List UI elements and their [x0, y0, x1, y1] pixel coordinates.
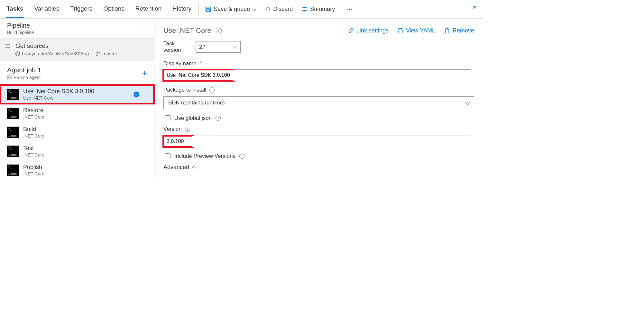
task-title: Test	[23, 145, 44, 152]
summary-label: Summary	[310, 6, 335, 13]
svg-point-19	[147, 94, 147, 94]
include-preview-checkbox[interactable]	[165, 153, 170, 159]
save-queue-label: Save & queue	[214, 6, 250, 13]
svg-point-10	[97, 51, 98, 53]
display-name-label: Display name	[163, 60, 197, 67]
display-name-input-rest[interactable]	[233, 69, 471, 81]
advanced-label: Advanced	[163, 164, 189, 171]
task-row-build[interactable]: dotnet Build .NET Core	[0, 123, 154, 142]
display-name-input[interactable]	[163, 70, 234, 81]
fullscreen-button[interactable]	[468, 4, 477, 14]
remove-button[interactable]: Remove	[444, 27, 474, 34]
tab-tasks[interactable]: Tasks	[6, 1, 24, 18]
package-label: Package to install	[163, 87, 206, 93]
save-icon	[205, 6, 211, 12]
tab-triggers[interactable]: Triggers	[69, 1, 93, 18]
use-global-json-label: Use global json	[174, 115, 212, 121]
agent-job-row[interactable]: Agent job 1 Run on agent +	[0, 61, 154, 85]
info-icon[interactable]: i	[216, 28, 222, 33]
branch-icon	[96, 51, 100, 56]
task-row-publish[interactable]: dotnet Publish .NET Core	[0, 161, 154, 180]
svg-point-18	[149, 92, 149, 92]
summary-button[interactable]: Summary	[302, 6, 335, 13]
pipeline-header[interactable]: Pipeline Build pipeline ⋯	[0, 19, 154, 39]
clipboard-icon	[398, 28, 403, 33]
dotnet-icon: dotnet	[7, 89, 19, 100]
repo-link[interactable]: bradygaster/AspNetCore30App	[15, 51, 89, 56]
pipeline-more-button[interactable]: ⋯	[140, 25, 147, 32]
task-subtitle: Use .NET Core	[23, 95, 94, 101]
view-yaml-button[interactable]: View YAML	[398, 27, 435, 34]
more-actions-button[interactable]: ⋯	[344, 5, 355, 13]
svg-point-15	[8, 76, 8, 76]
task-title: Use .Net Core SDK 3.0.100	[23, 88, 94, 95]
task-row-restore[interactable]: dotnet Restore .NET Core	[0, 104, 154, 123]
tab-variables[interactable]: Variables	[33, 1, 60, 18]
info-icon[interactable]: i	[209, 87, 215, 93]
include-preview-label: Include Preview Versions	[174, 153, 235, 159]
task-subtitle: .NET Core	[23, 114, 44, 120]
info-icon[interactable]: i	[216, 116, 221, 121]
task-subtitle: .NET Core	[23, 133, 44, 139]
svg-point-22	[149, 95, 149, 96]
task-subtitle: .NET Core	[23, 152, 44, 157]
version-input-rest[interactable]	[192, 136, 471, 147]
svg-rect-1	[207, 7, 209, 8]
undo-icon	[265, 6, 271, 12]
chevron-down-icon	[465, 100, 470, 104]
svg-point-11	[97, 54, 98, 56]
get-sources-title: Get sources	[15, 42, 117, 49]
chevron-up-icon	[192, 166, 197, 171]
task-version-label: Task version	[163, 40, 189, 53]
toolbar-actions: Save & queue Discard Summary ⋯	[205, 5, 355, 13]
pipeline-tree: Pipeline Build pipeline ⋯ Get sources br…	[0, 19, 154, 180]
svg-point-17	[147, 92, 147, 92]
link-settings-button[interactable]: Link settings	[348, 27, 389, 34]
task-title: Publish	[23, 164, 44, 171]
svg-rect-2	[207, 10, 210, 12]
tab-history[interactable]: History	[172, 1, 192, 18]
pipeline-subtitle: Build pipeline	[7, 30, 34, 35]
task-valid-badge	[133, 92, 139, 97]
agent-job-title: Agent job 1	[7, 66, 41, 74]
task-row-test[interactable]: dotnet Test .NET Core	[0, 142, 154, 161]
advanced-section-toggle[interactable]: Advanced	[163, 164, 474, 171]
link-icon	[348, 28, 354, 33]
sources-icon	[5, 42, 12, 56]
svg-point-21	[147, 95, 147, 96]
task-subtitle: .NET Core	[23, 171, 44, 176]
version-input[interactable]	[163, 136, 193, 147]
task-version-select[interactable]: 2.*	[196, 41, 241, 53]
task-title: Restore	[23, 107, 44, 114]
chevron-down-icon	[252, 6, 256, 11]
drag-handle-icon[interactable]	[146, 91, 150, 97]
agent-job-subtitle: Run on agent	[14, 75, 41, 80]
tab-retention[interactable]: Retention	[135, 1, 162, 18]
branch-link[interactable]: master	[96, 51, 117, 56]
discard-button[interactable]: Discard	[265, 6, 293, 13]
dotnet-icon: dotnet	[7, 127, 19, 138]
discard-label: Discard	[273, 6, 293, 13]
add-task-button[interactable]: +	[142, 68, 147, 78]
view-yaml-label: View YAML	[406, 27, 435, 34]
svg-rect-25	[446, 29, 449, 33]
package-select[interactable]: SDK (contains runtime)	[163, 96, 474, 109]
info-icon[interactable]: i	[185, 127, 190, 132]
toolbar-divider	[198, 4, 199, 15]
github-icon	[15, 51, 20, 56]
list-icon	[302, 6, 308, 12]
panel-header: Use .NET Core i Link settings View YAML	[163, 26, 474, 35]
package-value: SDK (contains runtime)	[168, 100, 225, 106]
save-queue-button[interactable]: Save & queue	[205, 6, 256, 13]
get-sources-row[interactable]: Get sources bradygaster/AspNetCore30App …	[0, 39, 154, 61]
content-area: Pipeline Build pipeline ⋯ Get sources br…	[0, 19, 483, 180]
svg-point-12	[99, 52, 100, 53]
use-global-json-checkbox[interactable]	[165, 115, 170, 121]
task-row-use-dotnet-sdk[interactable]: dotnet Use .Net Core SDK 3.0.100 Use .NE…	[0, 85, 154, 104]
top-toolbar: Tasks Variables Triggers Options Retenti…	[0, 0, 483, 19]
info-icon[interactable]: i	[239, 154, 244, 159]
dotnet-icon: dotnet	[7, 146, 19, 157]
branch-name: master	[102, 51, 117, 56]
tab-options[interactable]: Options	[103, 1, 125, 18]
svg-point-20	[149, 94, 149, 94]
